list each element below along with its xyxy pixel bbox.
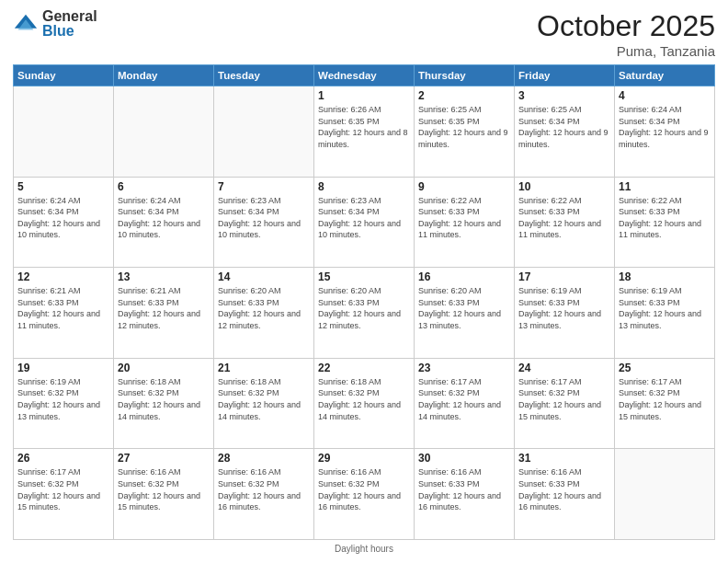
calendar-day-cell	[114, 86, 214, 178]
calendar-day-cell: 15Sunrise: 6:20 AM Sunset: 6:33 PM Dayli…	[314, 268, 415, 359]
day-number: 12	[17, 270, 109, 283]
day-number: 22	[318, 362, 410, 374]
day-number: 4	[619, 89, 711, 102]
day-number: 30	[418, 452, 510, 465]
calendar-day-cell: 7Sunrise: 6:23 AM Sunset: 6:34 PM Daylig…	[214, 177, 314, 268]
day-info: Sunrise: 6:26 AM Sunset: 6:35 PM Dayligh…	[318, 104, 410, 150]
calendar-day-cell: 18Sunrise: 6:19 AM Sunset: 6:33 PM Dayli…	[615, 268, 715, 359]
day-info: Sunrise: 6:19 AM Sunset: 6:33 PM Dayligh…	[518, 285, 610, 331]
logo-text: General Blue	[42, 9, 97, 39]
day-info: Sunrise: 6:22 AM Sunset: 6:33 PM Dayligh…	[418, 195, 510, 241]
day-number: 8	[318, 180, 410, 193]
day-info: Sunrise: 6:23 AM Sunset: 6:34 PM Dayligh…	[318, 195, 410, 241]
calendar-day-cell	[615, 449, 715, 540]
day-info: Sunrise: 6:17 AM Sunset: 6:32 PM Dayligh…	[17, 466, 109, 512]
day-number: 25	[619, 362, 711, 374]
calendar-day-cell: 21Sunrise: 6:18 AM Sunset: 6:32 PM Dayli…	[214, 358, 314, 449]
day-number: 31	[518, 452, 610, 465]
calendar-day-cell: 31Sunrise: 6:16 AM Sunset: 6:33 PM Dayli…	[515, 449, 615, 540]
calendar-day-cell: 19Sunrise: 6:19 AM Sunset: 6:32 PM Dayli…	[14, 358, 114, 449]
calendar-day-cell: 23Sunrise: 6:17 AM Sunset: 6:32 PM Dayli…	[415, 358, 515, 449]
calendar-day-cell: 24Sunrise: 6:17 AM Sunset: 6:32 PM Dayli…	[515, 358, 615, 449]
calendar-day-cell: 29Sunrise: 6:16 AM Sunset: 6:32 PM Dayli…	[314, 449, 415, 540]
day-info: Sunrise: 6:22 AM Sunset: 6:33 PM Dayligh…	[619, 195, 711, 241]
day-info: Sunrise: 6:21 AM Sunset: 6:33 PM Dayligh…	[17, 285, 109, 331]
day-info: Sunrise: 6:24 AM Sunset: 6:34 PM Dayligh…	[17, 195, 109, 241]
day-info: Sunrise: 6:17 AM Sunset: 6:32 PM Dayligh…	[518, 376, 610, 422]
day-number: 24	[518, 362, 610, 374]
calendar-day-cell: 5Sunrise: 6:24 AM Sunset: 6:34 PM Daylig…	[14, 177, 114, 268]
calendar-day-cell: 10Sunrise: 6:22 AM Sunset: 6:33 PM Dayli…	[515, 177, 615, 268]
calendar-week-row: 26Sunrise: 6:17 AM Sunset: 6:32 PM Dayli…	[14, 449, 715, 540]
calendar-day-cell: 3Sunrise: 6:25 AM Sunset: 6:34 PM Daylig…	[515, 86, 615, 178]
day-number: 10	[518, 180, 610, 193]
day-number: 17	[518, 270, 610, 283]
day-info: Sunrise: 6:16 AM Sunset: 6:32 PM Dayligh…	[318, 466, 410, 512]
calendar-day-header: Tuesday	[214, 65, 314, 86]
calendar-day-cell: 11Sunrise: 6:22 AM Sunset: 6:33 PM Dayli…	[615, 177, 715, 268]
calendar-day-cell: 1Sunrise: 6:26 AM Sunset: 6:35 PM Daylig…	[314, 86, 415, 178]
day-number: 11	[619, 180, 711, 193]
day-number: 18	[619, 270, 711, 283]
day-info: Sunrise: 6:20 AM Sunset: 6:33 PM Dayligh…	[218, 285, 310, 331]
calendar-day-cell: 16Sunrise: 6:20 AM Sunset: 6:33 PM Dayli…	[415, 268, 515, 359]
calendar-day-header: Sunday	[14, 65, 114, 86]
day-info: Sunrise: 6:18 AM Sunset: 6:32 PM Dayligh…	[318, 376, 410, 422]
day-info: Sunrise: 6:22 AM Sunset: 6:33 PM Dayligh…	[518, 195, 610, 241]
calendar-day-cell: 14Sunrise: 6:20 AM Sunset: 6:33 PM Dayli…	[214, 268, 314, 359]
calendar-day-cell: 26Sunrise: 6:17 AM Sunset: 6:32 PM Dayli…	[14, 449, 114, 540]
day-info: Sunrise: 6:25 AM Sunset: 6:35 PM Dayligh…	[418, 104, 510, 150]
day-number: 29	[318, 452, 410, 465]
calendar-day-cell	[214, 86, 314, 178]
day-number: 3	[518, 89, 610, 102]
calendar-day-cell: 9Sunrise: 6:22 AM Sunset: 6:33 PM Daylig…	[415, 177, 515, 268]
calendar-day-cell: 28Sunrise: 6:16 AM Sunset: 6:32 PM Dayli…	[214, 449, 314, 540]
day-number: 27	[118, 452, 210, 465]
calendar-table: SundayMondayTuesdayWednesdayThursdayFrid…	[13, 64, 715, 540]
day-number: 9	[418, 180, 510, 193]
calendar-day-cell: 6Sunrise: 6:24 AM Sunset: 6:34 PM Daylig…	[114, 177, 214, 268]
day-info: Sunrise: 6:18 AM Sunset: 6:32 PM Dayligh…	[218, 376, 310, 422]
day-info: Sunrise: 6:18 AM Sunset: 6:32 PM Dayligh…	[118, 376, 210, 422]
calendar-day-header: Thursday	[415, 65, 515, 86]
day-info: Sunrise: 6:20 AM Sunset: 6:33 PM Dayligh…	[318, 285, 410, 331]
day-info: Sunrise: 6:16 AM Sunset: 6:33 PM Dayligh…	[518, 466, 610, 512]
day-number: 1	[318, 89, 410, 102]
logo: General Blue	[13, 9, 97, 39]
day-number: 14	[218, 270, 310, 283]
logo-general-label: General	[42, 9, 97, 24]
day-info: Sunrise: 6:25 AM Sunset: 6:34 PM Dayligh…	[518, 104, 610, 150]
day-info: Sunrise: 6:17 AM Sunset: 6:32 PM Dayligh…	[619, 376, 711, 422]
logo-icon	[13, 11, 39, 37]
calendar-day-cell: 25Sunrise: 6:17 AM Sunset: 6:32 PM Dayli…	[615, 358, 715, 449]
day-number: 23	[418, 362, 510, 374]
calendar-day-cell: 2Sunrise: 6:25 AM Sunset: 6:35 PM Daylig…	[415, 86, 515, 178]
calendar-week-row: 5Sunrise: 6:24 AM Sunset: 6:34 PM Daylig…	[14, 177, 715, 268]
page: General Blue October 2025 Puma, Tanzania…	[0, 0, 728, 563]
day-number: 28	[218, 452, 310, 465]
day-number: 16	[418, 270, 510, 283]
day-number: 26	[17, 452, 109, 465]
calendar-week-row: 1Sunrise: 6:26 AM Sunset: 6:35 PM Daylig…	[14, 86, 715, 178]
location-subtitle: Puma, Tanzania	[537, 43, 715, 59]
day-info: Sunrise: 6:24 AM Sunset: 6:34 PM Dayligh…	[619, 104, 711, 150]
title-block: October 2025 Puma, Tanzania	[537, 9, 715, 59]
calendar-day-cell: 4Sunrise: 6:24 AM Sunset: 6:34 PM Daylig…	[615, 86, 715, 178]
day-number: 2	[418, 89, 510, 102]
calendar-day-cell: 13Sunrise: 6:21 AM Sunset: 6:33 PM Dayli…	[114, 268, 214, 359]
calendar-header-row: SundayMondayTuesdayWednesdayThursdayFrid…	[14, 65, 715, 86]
calendar-day-cell: 17Sunrise: 6:19 AM Sunset: 6:33 PM Dayli…	[515, 268, 615, 359]
day-info: Sunrise: 6:16 AM Sunset: 6:32 PM Dayligh…	[118, 466, 210, 512]
day-info: Sunrise: 6:21 AM Sunset: 6:33 PM Dayligh…	[118, 285, 210, 331]
calendar-week-row: 12Sunrise: 6:21 AM Sunset: 6:33 PM Dayli…	[14, 268, 715, 359]
calendar-week-row: 19Sunrise: 6:19 AM Sunset: 6:32 PM Dayli…	[14, 358, 715, 449]
day-number: 6	[118, 180, 210, 193]
day-info: Sunrise: 6:23 AM Sunset: 6:34 PM Dayligh…	[218, 195, 310, 241]
header: General Blue October 2025 Puma, Tanzania	[13, 9, 715, 59]
day-info: Sunrise: 6:19 AM Sunset: 6:33 PM Dayligh…	[619, 285, 711, 331]
month-title: October 2025	[537, 9, 715, 43]
day-info: Sunrise: 6:24 AM Sunset: 6:34 PM Dayligh…	[118, 195, 210, 241]
calendar-day-cell: 12Sunrise: 6:21 AM Sunset: 6:33 PM Dayli…	[14, 268, 114, 359]
day-number: 15	[318, 270, 410, 283]
calendar-day-cell: 27Sunrise: 6:16 AM Sunset: 6:32 PM Dayli…	[114, 449, 214, 540]
